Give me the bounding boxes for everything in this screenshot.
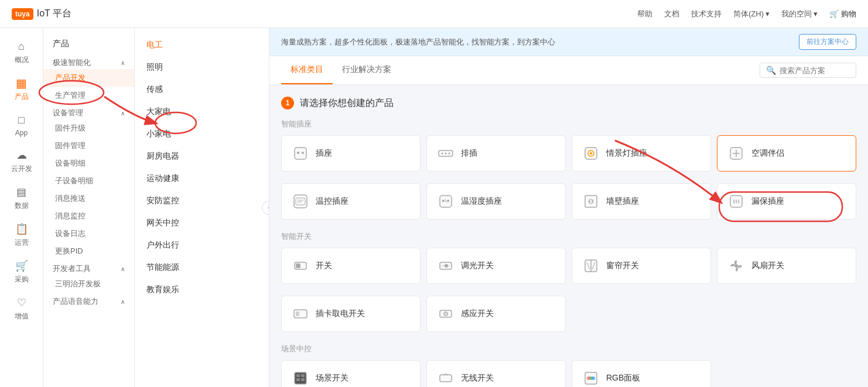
product-rgb-panel[interactable]: RGB面板 (572, 360, 711, 387)
card-switch-label: 插卡取电开关 (316, 309, 365, 319)
sidebar-label-cloud: 云开发 (11, 164, 32, 174)
group-device-label: 设备管理 (53, 108, 83, 118)
section-scene-ctrl: 场景中控 场景开关 (281, 344, 856, 387)
category-gateway[interactable]: 网关中控 (135, 212, 269, 234)
sidebar-item-app[interactable]: □ App (0, 108, 43, 143)
product-fan-switch[interactable]: 风扇开关 (717, 248, 856, 284)
product-curtain-switch[interactable]: 窗帘开关 (572, 248, 711, 284)
category-outdoor[interactable]: 户外出行 (135, 234, 269, 256)
second-sidebar: 产品 极速智能化 ∧ 产品开发 生产管理 设备管理 ∧ 固件升级 固件管理 设备… (43, 28, 135, 387)
svg-point-9 (449, 153, 450, 155)
sidebar-item-sub-device[interactable]: 子设备明细 (43, 172, 134, 190)
sidebar-item-firmware-mgmt[interactable]: 固件管理 (43, 137, 134, 155)
sidebar-item-data[interactable]: ▤ 数据 (0, 180, 43, 217)
space-label: 我的空间 (781, 9, 812, 19)
category-kitchen[interactable]: 厨房电器 (135, 145, 269, 167)
socket-icon (291, 144, 310, 163)
svg-rect-52 (440, 375, 452, 382)
top-nav: tuya IoT 平台 帮助 文档 技术支持 简体(ZH) ▾ 我的空间 ▾ 🛒… (0, 0, 868, 28)
sidebar-item-ops[interactable]: 📋 运营 (0, 217, 43, 254)
wireless-switch-label: 无线开关 (461, 373, 494, 383)
docs-link[interactable]: 文档 (664, 9, 679, 19)
svg-point-4 (297, 152, 299, 154)
sidebar-item-device-detail[interactable]: 设备明细 (43, 155, 134, 172)
sidebar-item-firmware-upgrade[interactable]: 固件升级 (43, 119, 134, 137)
product-power-strip[interactable]: 排插 (426, 135, 566, 172)
svg-rect-48 (296, 374, 300, 377)
group-voice[interactable]: 产品语音能力 ∧ (43, 293, 134, 308)
space-dropdown[interactable]: 我的空间 ▾ (781, 9, 818, 19)
product-switch[interactable]: 开关 (281, 248, 421, 284)
product-socket[interactable]: 插座 (281, 135, 421, 172)
product-temp-humidity[interactable]: 温湿度插座 (426, 183, 566, 220)
sidebar-item-overview[interactable]: ⌂ 概况 (0, 34, 43, 71)
group-tools[interactable]: 开发者工具 ∧ (43, 260, 134, 275)
sidebar-item-cloud[interactable]: ☁ 云开发 (0, 143, 43, 180)
sidebar-item-purchase[interactable]: 🛒 采购 (0, 254, 43, 290)
product-leak-socket[interactable]: 漏保插座 (717, 183, 856, 220)
product-dimmer[interactable]: 调光开关 (426, 248, 566, 284)
sidebar-item-sandwich[interactable]: 三明治开发板 (43, 275, 134, 293)
tab-standard[interactable]: 标准类目 (281, 56, 333, 84)
product-scene-socket[interactable]: 情景灯插座 (572, 135, 711, 172)
svg-point-21 (442, 200, 445, 202)
product-wall-socket[interactable]: 墙壁插座 (572, 183, 711, 220)
curtain-switch-icon (582, 256, 600, 275)
product-wireless-switch[interactable]: 无线开关 (426, 360, 566, 387)
category-major-appliance[interactable]: 大家电 (135, 101, 269, 123)
sidebar-item-product-dev[interactable]: 产品开发 (43, 69, 134, 87)
sidebar-item-value[interactable]: ♡ 增值 (0, 290, 43, 327)
tabs: 标准类目 行业解决方案 (281, 56, 401, 84)
sidebar-label-overview: 概况 (15, 55, 29, 65)
fan-switch-label: 风扇开关 (751, 261, 784, 271)
power-strip-icon (436, 144, 455, 163)
wall-socket-icon (582, 192, 600, 211)
help-link[interactable]: 帮助 (637, 9, 652, 19)
category-sensor[interactable]: 传感 (135, 78, 269, 101)
lang-chevron-icon: ▾ (766, 9, 770, 18)
sidebar-item-replace-pid[interactable]: 更换PID (43, 242, 134, 260)
sidebar-item-message-monitor[interactable]: 消息监控 (43, 207, 134, 225)
platform-title: IoT 平台 (37, 8, 71, 20)
product-icon: ▦ (15, 77, 28, 90)
product-ac-companion[interactable]: 空调伴侣 (717, 135, 856, 172)
category-electric[interactable]: 电工 (135, 34, 269, 56)
sidebar-item-message-push[interactable]: 消息推送 (43, 190, 134, 207)
tab-industry[interactable]: 行业解决方案 (333, 56, 401, 84)
category-lighting[interactable]: 照明 (135, 56, 269, 78)
category-sports[interactable]: 运动健康 (135, 167, 269, 190)
cloud-icon: ☁ (15, 149, 28, 162)
section-smart-switch-2: 插卡取电开关 感应开关 (281, 296, 856, 332)
support-link[interactable]: 技术支持 (691, 9, 722, 19)
logo-area: tuya IoT 平台 (12, 8, 71, 20)
group-jisu-label: 极速智能化 (53, 57, 91, 68)
product-temp-socket[interactable]: 温控插座 (281, 183, 421, 220)
section-label-smart-switch: 智能开关 (281, 231, 856, 242)
product-sensor-switch[interactable]: 感应开关 (426, 296, 566, 332)
sidebar-label-value: 增值 (15, 311, 29, 321)
svg-point-7 (442, 153, 443, 155)
leak-socket-label: 漏保插座 (751, 196, 784, 207)
group-device[interactable]: 设备管理 ∧ (43, 104, 134, 119)
sidebar-item-product[interactable]: ▦ 产品 (0, 71, 43, 108)
sidebar-label-ops: 运营 (15, 238, 29, 248)
category-small-appliance[interactable]: 小家电 (135, 123, 269, 145)
svg-point-12 (590, 152, 592, 155)
category-education[interactable]: 教育娱乐 (135, 279, 269, 301)
lang-dropdown[interactable]: 简体(ZH) ▾ (733, 9, 770, 19)
group-jisu[interactable]: 极速智能化 ∧ (43, 54, 134, 69)
category-energy[interactable]: 节能能源 (135, 256, 269, 279)
cart-link[interactable]: 🛒 购物 (829, 9, 856, 19)
cart-icon: 🛒 (829, 9, 839, 18)
app-icon: □ (15, 114, 28, 126)
empty-slot-1 (572, 296, 711, 332)
product-card-switch[interactable]: 插卡取电开关 (281, 296, 421, 332)
sidebar-item-device-log[interactable]: 设备日志 (43, 225, 134, 242)
sidebar-item-production[interactable]: 生产管理 (43, 87, 134, 104)
product-scene-switch[interactable]: 场景开关 (281, 360, 421, 387)
banner-button[interactable]: 前往方案中心 (799, 34, 856, 50)
sidebar-label-data: 数据 (15, 201, 29, 211)
search-input[interactable] (780, 66, 850, 75)
section-label-smart-socket: 智能插座 (281, 119, 856, 129)
category-security[interactable]: 安防监控 (135, 190, 269, 212)
